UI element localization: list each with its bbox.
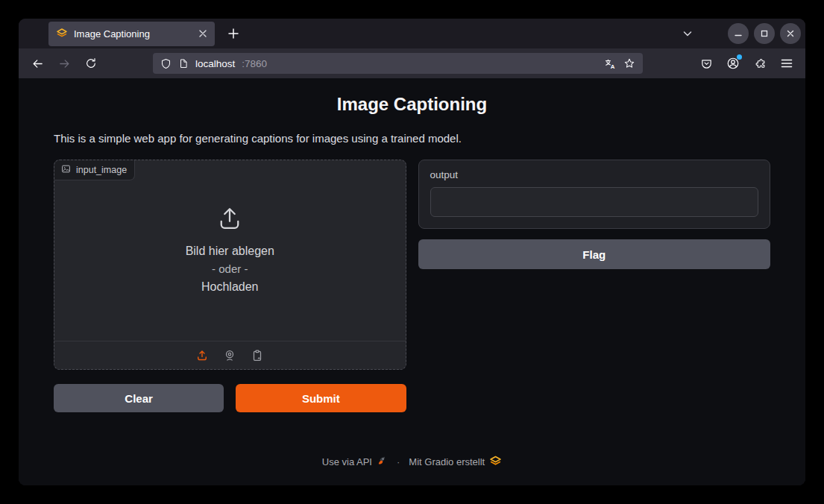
output-label: output (430, 169, 759, 180)
url-bar[interactable]: localhost:7860 A (153, 53, 643, 74)
svg-text:A: A (611, 63, 615, 69)
gradio-app: Image Captioning This is a simple web ap… (19, 78, 805, 485)
gradio-logo-icon (489, 454, 502, 469)
output-column: output Flag (418, 160, 771, 412)
minimize-button[interactable] (728, 23, 749, 44)
navigation-toolbar: localhost:7860 A (19, 48, 805, 78)
tab-bar: Image Captioning (19, 19, 805, 48)
extensions-icon[interactable] (749, 52, 771, 75)
clear-button[interactable]: Clear (54, 384, 224, 412)
upload-icon (216, 205, 243, 235)
browser-window: Image Captioning (19, 19, 805, 485)
flag-button[interactable]: Flag (418, 239, 771, 269)
account-notification-dot (737, 54, 742, 60)
gradio-favicon-icon (56, 27, 68, 41)
built-with-gradio-link[interactable]: Mit Gradio erstellt (409, 454, 502, 469)
list-tabs-chevron-icon[interactable] (677, 23, 698, 44)
image-dropzone[interactable]: Bild hier ablegen - oder - Hochladen (54, 160, 406, 341)
translate-icon[interactable]: A (604, 57, 617, 70)
use-via-api-text: Use via API (322, 456, 372, 467)
close-button[interactable] (780, 23, 801, 44)
tracking-protection-shield-icon[interactable] (160, 58, 172, 69)
action-buttons: Clear Submit (54, 384, 406, 412)
tab-title: Image Captioning (74, 28, 189, 40)
url-host: localhost (195, 58, 235, 69)
tab-image-captioning[interactable]: Image Captioning (48, 22, 215, 46)
built-with-gradio-text: Mit Gradio erstellt (409, 456, 485, 467)
output-component: output (418, 160, 771, 229)
page-permissions-icon[interactable] (178, 58, 189, 69)
use-via-api-link[interactable]: Use via API (322, 455, 388, 468)
forward-button[interactable] (53, 52, 75, 75)
main-row: input_image Bild hier ablegen - oder - H… (54, 160, 770, 412)
reload-button[interactable] (80, 52, 102, 75)
source-clipboard-icon[interactable] (248, 347, 266, 365)
url-port: :7860 (242, 58, 267, 69)
gradio-footer: Use via API · Mit Gradio erstellt (19, 454, 805, 469)
rocket-icon (377, 455, 388, 468)
page-title: Image Captioning (54, 78, 770, 115)
account-icon[interactable] (722, 52, 744, 75)
source-upload-icon[interactable] (193, 347, 211, 365)
drop-text: Bild hier ablegen (186, 242, 274, 260)
input-image-component: input_image Bild hier ablegen - oder - H… (54, 160, 406, 370)
image-source-selector (54, 341, 406, 369)
pocket-icon[interactable] (695, 52, 717, 75)
back-button[interactable] (26, 52, 48, 75)
output-textbox[interactable] (430, 187, 759, 217)
input-image-label: input_image (76, 165, 127, 175)
click-to-upload-text: Hochladen (201, 278, 259, 296)
tab-close-icon[interactable] (195, 26, 210, 41)
menu-hamburger-icon[interactable] (776, 52, 798, 75)
maximize-button[interactable] (754, 23, 775, 44)
submit-button[interactable]: Submit (236, 384, 406, 412)
new-tab-button[interactable] (222, 22, 245, 45)
input-column: input_image Bild hier ablegen - oder - H… (54, 160, 406, 412)
footer-separator: · (397, 456, 400, 467)
input-image-label-badge: input_image (54, 160, 135, 180)
source-webcam-icon[interactable] (221, 347, 239, 365)
page-description: This is a simple web app for generating … (54, 132, 770, 145)
image-icon (61, 164, 71, 176)
or-text: - oder - (212, 260, 248, 278)
bookmark-star-icon[interactable] (623, 57, 635, 69)
